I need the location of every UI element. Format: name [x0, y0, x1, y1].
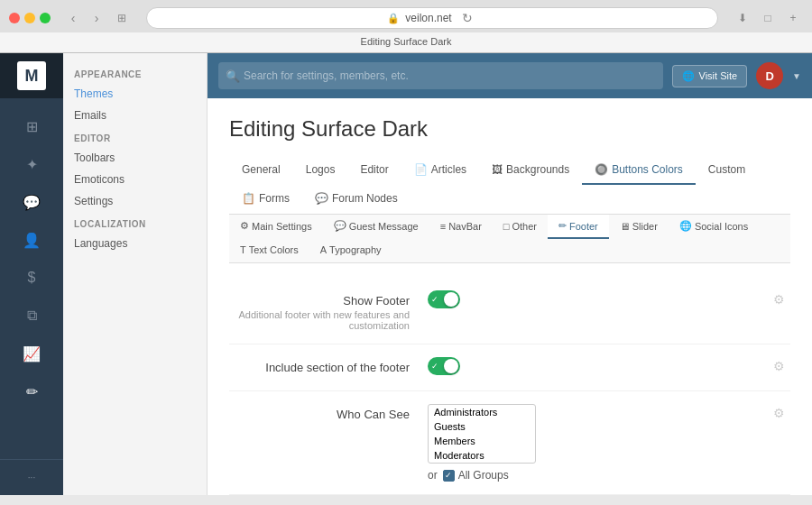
include-section-control: ✓	[428, 357, 768, 378]
who-can-see-control: Administrators Guests Members Moderators…	[428, 404, 768, 482]
tab-general[interactable]: General	[229, 156, 293, 185]
form-row-who-can-see: Who Can See Administrators Guests Member…	[229, 391, 790, 495]
tab-logos[interactable]: Logos	[293, 156, 348, 185]
address-bar[interactable]: 🔒 veilon.net ↻	[146, 7, 718, 29]
content-area: Editing Surface Dark General Logos Edito…	[208, 98, 812, 495]
sub-tab-slider-icon: 🖥	[620, 221, 630, 232]
traffic-lights	[9, 13, 51, 23]
sub-tab-slider-label: Slider	[632, 221, 658, 232]
minimize-button[interactable]	[24, 13, 35, 23]
main-area: 🔍 🌐 Visit Site D ▼ Editing Surface Dark …	[208, 53, 812, 495]
option-administrators[interactable]: Administrators	[429, 405, 535, 419]
all-groups-checkbox-label[interactable]: ✓ All Groups	[443, 469, 509, 482]
visit-site-label: Visit Site	[699, 70, 738, 81]
who-can-see-gear[interactable]: ⚙	[768, 404, 790, 422]
sub-tab-main-icon: ⚙	[240, 220, 249, 232]
main-tabs: General Logos Editor 📄 Articles 🖼 Backgr…	[229, 156, 790, 215]
browser-chrome: ‹ › ⊞ 🔒 veilon.net ↻ ⬇ □ + Editing Surfa…	[0, 0, 812, 53]
refresh-button[interactable]: ↻	[457, 8, 477, 28]
visit-site-button[interactable]: 🌐 Visit Site	[672, 65, 748, 87]
nav-section-localization: LOCALIZATION	[63, 212, 207, 233]
lock-icon: 🔒	[387, 13, 400, 24]
show-footer-sublabel: Additional footer with new features and …	[229, 309, 410, 331]
sub-tab-slider[interactable]: 🖥 Slider	[609, 215, 669, 239]
show-footer-toggle[interactable]: ✓	[428, 290, 460, 308]
sub-tab-social-icons[interactable]: 🌐 Social Icons	[669, 215, 759, 239]
sidebar-icon-appearance[interactable]: ⊞	[0, 107, 63, 145]
show-footer-gear[interactable]: ⚙	[768, 290, 790, 308]
sidebar-icon-dollar[interactable]: $	[0, 259, 63, 297]
option-members[interactable]: Members	[429, 434, 535, 448]
include-section-gear[interactable]: ⚙	[768, 357, 790, 375]
include-section-toggle[interactable]: ✓	[428, 357, 460, 375]
app-layout: M ⊞ ✦ 💬 👤 $ ⧉ 📈 ✏ ··· APPEARANCE Themes …	[0, 53, 812, 495]
avatar[interactable]: D	[756, 62, 783, 89]
tab-forms[interactable]: 📋 Forms	[229, 185, 302, 214]
tab-backgrounds[interactable]: 🖼 Backgrounds	[479, 156, 582, 185]
page-title: Editing Surface Dark	[229, 116, 790, 142]
or-label: or	[428, 469, 438, 482]
sidebar-icon-star[interactable]: ✦	[0, 145, 63, 183]
sub-tab-footer-icon: ✏	[558, 220, 567, 232]
visit-site-icon: 🌐	[682, 70, 695, 82]
tab-forms-icon: 📋	[242, 192, 255, 205]
who-can-see-select[interactable]: Administrators Guests Members Moderators	[428, 404, 536, 464]
sub-tab-typography[interactable]: A Typography	[309, 239, 392, 262]
sub-tab-other[interactable]: □ Other	[493, 215, 548, 239]
include-section-label: Include section of the footer	[229, 357, 428, 374]
sidebar-icon-user[interactable]: 👤	[0, 221, 63, 259]
tab-forms-label: Forms	[259, 192, 290, 205]
sub-tab-navbar[interactable]: ≡ NavBar	[429, 215, 493, 239]
tab-logos-label: Logos	[306, 163, 336, 176]
option-guests[interactable]: Guests	[429, 419, 535, 434]
nav-item-themes[interactable]: Themes	[63, 83, 207, 105]
or-row: or ✓ All Groups	[428, 469, 768, 482]
nav-panel: APPEARANCE Themes Emails EDITOR Toolbars…	[63, 53, 208, 495]
tab-articles[interactable]: 📄 Articles	[401, 156, 479, 185]
sub-tab-navbar-label: NavBar	[448, 221, 482, 232]
sub-tab-guest-label: Guest Message	[349, 221, 419, 232]
sidebar-icon-copy[interactable]: ⧉	[0, 297, 63, 335]
download-button[interactable]: ⬇	[733, 8, 752, 28]
nav-item-emails[interactable]: Emails	[63, 105, 207, 126]
browser-tab[interactable]: Editing Surface Dark	[0, 32, 812, 52]
logo-icon: M	[17, 61, 46, 90]
tab-editor-label: Editor	[360, 163, 388, 176]
sub-tab-text-colors[interactable]: T Text Colors	[229, 239, 309, 262]
all-groups-checkbox[interactable]: ✓	[443, 470, 455, 482]
sidebar: M ⊞ ✦ 💬 👤 $ ⧉ 📈 ✏ ···	[0, 53, 63, 495]
nav-item-settings[interactable]: Settings	[63, 190, 207, 212]
sidebar-icon-chart[interactable]: 📈	[0, 335, 63, 372]
tab-editor[interactable]: Editor	[347, 156, 401, 185]
sub-tab-guest-message[interactable]: 💬 Guest Message	[323, 215, 429, 239]
all-groups-label: All Groups	[458, 469, 509, 482]
sub-tab-other-label: Other	[512, 221, 537, 232]
sub-tab-footer[interactable]: ✏ Footer	[548, 215, 609, 239]
tab-buttons-colors[interactable]: 🔘 Buttons Colors	[582, 156, 696, 185]
nav-item-emoticons[interactable]: Emoticons	[63, 169, 207, 190]
option-moderators[interactable]: Moderators	[429, 448, 535, 463]
sidebar-icons: ⊞ ✦ 💬 👤 $ ⧉ 📈 ✏	[0, 98, 63, 459]
close-button[interactable]	[9, 13, 20, 23]
nav-item-languages[interactable]: Languages	[63, 233, 207, 254]
tab-general-label: General	[242, 163, 281, 176]
sub-tab-typography-label: Typography	[329, 244, 381, 255]
sub-tab-footer-label: Footer	[569, 221, 598, 232]
sub-tab-main-settings[interactable]: ⚙ Main Settings	[229, 215, 323, 239]
tab-custom[interactable]: Custom	[696, 156, 758, 185]
share-button[interactable]: □	[758, 8, 778, 28]
tab-forum-nodes[interactable]: 💬 Forum Nodes	[302, 185, 411, 214]
back-button[interactable]: ‹	[63, 8, 83, 28]
sidebar-toggle-button[interactable]: ⊞	[112, 8, 132, 28]
search-input[interactable]	[218, 62, 663, 89]
tab-title: Editing Surface Dark	[361, 36, 452, 47]
include-toggle-check-icon: ✓	[431, 362, 438, 371]
maximize-button[interactable]	[40, 13, 51, 23]
nav-item-toolbars[interactable]: Toolbars	[63, 147, 207, 169]
sidebar-icon-chat[interactable]: 💬	[0, 183, 63, 221]
new-tab-button[interactable]: +	[783, 8, 803, 28]
avatar-dropdown-icon[interactable]: ▼	[792, 71, 801, 81]
forward-button[interactable]: ›	[87, 8, 106, 28]
sub-tab-other-icon: □	[503, 221, 510, 232]
sidebar-icon-edit[interactable]: ✏	[0, 372, 63, 410]
